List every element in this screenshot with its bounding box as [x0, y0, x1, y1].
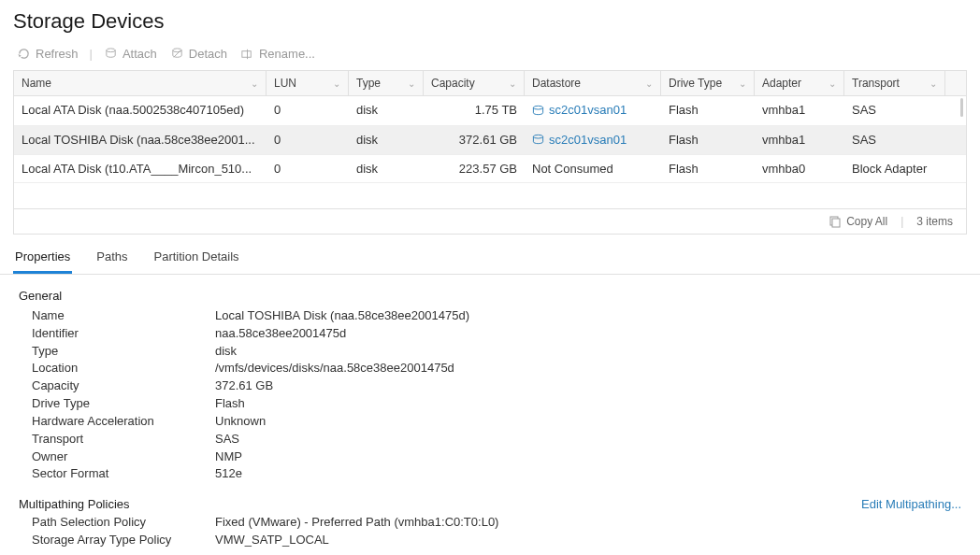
cell-type: disk: [349, 155, 424, 182]
rename-button[interactable]: Rename...: [237, 45, 319, 63]
chevron-down-icon: ⌄: [829, 78, 836, 89]
label-transport: Transport: [19, 431, 215, 448]
chevron-down-icon: ⌄: [509, 78, 516, 89]
table-header: Name⌄ LUN⌄ Type⌄ Capacity⌄ Datastore⌄ Dr…: [14, 71, 966, 96]
value-location: /vmfs/devices/disks/naa.58ce38ee2001475d: [215, 360, 454, 377]
separator: |: [90, 47, 93, 61]
detail-tabs: Properties Paths Partition Details: [0, 242, 980, 275]
chevron-down-icon: ⌄: [930, 78, 937, 89]
svg-point-6: [533, 135, 542, 138]
multipathing-section-title: Multipathing Policies: [19, 496, 130, 514]
scrollbar[interactable]: [960, 98, 963, 117]
chevron-down-icon: ⌄: [739, 78, 746, 89]
page-title: Storage Devices: [0, 0, 980, 41]
datastore-link[interactable]: sc2c01vsan01: [532, 133, 627, 147]
chevron-down-icon: ⌄: [645, 78, 653, 89]
svg-line-2: [174, 50, 181, 58]
value-capacity: 372.61 GB: [215, 377, 273, 395]
separator: |: [901, 215, 903, 228]
svg-point-0: [107, 49, 115, 52]
label-satp: Storage Array Type Policy: [19, 532, 215, 549]
label-identifier: Identifier: [19, 325, 215, 343]
svg-rect-3: [242, 51, 251, 58]
cell-transport: SAS: [844, 126, 945, 155]
detach-label: Detach: [189, 47, 227, 61]
rename-icon: [240, 47, 254, 61]
col-header-lun[interactable]: LUN⌄: [267, 71, 349, 95]
cell-lun: 0: [267, 96, 349, 125]
table-body: Local ATA Disk (naa.5002538c407105ed)0di…: [14, 96, 966, 208]
svg-rect-8: [832, 219, 840, 227]
label-type: Type: [19, 343, 215, 361]
attach-button[interactable]: Attach: [100, 45, 161, 63]
table-row[interactable]: Local TOSHIBA Disk (naa.58ce38ee2001...0…: [14, 126, 966, 156]
col-header-drive-type[interactable]: Drive Type⌄: [661, 71, 755, 95]
tab-paths[interactable]: Paths: [94, 242, 129, 274]
label-location: Location: [19, 360, 215, 377]
col-header-name[interactable]: Name⌄: [14, 71, 267, 95]
cell-spacer: [945, 155, 966, 182]
tab-partition-details[interactable]: Partition Details: [152, 242, 241, 274]
value-psp: Fixed (VMware) - Preferred Path (vmhba1:…: [215, 514, 498, 532]
col-header-capacity[interactable]: Capacity⌄: [424, 71, 525, 95]
datastore-icon: [532, 134, 544, 145]
col-header-spacer: [945, 71, 966, 95]
cell-transport: Block Adapter: [844, 155, 945, 182]
datastore-label: Not Consumed: [532, 162, 613, 176]
cell-drive-type: Flash: [661, 126, 755, 155]
chevron-down-icon: ⌄: [251, 78, 258, 89]
refresh-button[interactable]: Refresh: [13, 45, 82, 63]
table-row[interactable]: Local ATA Disk (naa.5002538c407105ed)0di…: [14, 96, 966, 126]
cell-lun: 0: [267, 155, 349, 182]
col-header-datastore[interactable]: Datastore⌄: [525, 71, 661, 95]
value-owner: NMP: [215, 448, 242, 466]
label-name: Name: [19, 307, 215, 325]
label-sector-format: Sector Format: [19, 465, 215, 483]
table-row[interactable]: Local ATA Disk (t10.ATA____Mircon_510...…: [14, 155, 966, 183]
cell-datastore: Not Consumed: [525, 155, 661, 182]
rename-label: Rename...: [259, 47, 315, 61]
cell-datastore: sc2c01vsan01: [525, 126, 661, 155]
value-name: Local TOSHIBA Disk (naa.58ce38ee2001475d…: [215, 307, 469, 325]
cell-adapter: vmhba1: [755, 96, 844, 125]
cell-name: Local ATA Disk (naa.5002538c407105ed): [14, 96, 267, 125]
refresh-icon: [17, 47, 31, 61]
cell-name: Local TOSHIBA Disk (naa.58ce38ee2001...: [14, 126, 267, 155]
cell-type: disk: [349, 96, 424, 125]
cell-transport: SAS: [844, 96, 945, 125]
copy-all-button[interactable]: Copy All: [829, 215, 887, 228]
cell-type: disk: [349, 126, 424, 155]
datastore-icon: [532, 105, 544, 116]
detach-icon: [170, 47, 184, 61]
attach-icon: [104, 47, 118, 61]
label-hw-accel: Hardware Acceleration: [19, 413, 215, 431]
copy-icon: [829, 215, 842, 228]
general-section-title: General: [19, 288, 961, 306]
cell-adapter: vmhba1: [755, 126, 844, 155]
datastore-label: sc2c01vsan01: [549, 133, 627, 147]
cell-capacity: 1.75 TB: [424, 96, 525, 125]
value-identifier: naa.58ce38ee2001475d: [215, 325, 346, 343]
cell-drive-type: Flash: [661, 155, 755, 182]
copy-all-label: Copy All: [846, 215, 887, 228]
tab-properties[interactable]: Properties: [13, 242, 72, 274]
toolbar: Refresh | Attach Detach Rename...: [0, 41, 980, 70]
item-count: 3 items: [916, 215, 953, 228]
detach-button[interactable]: Detach: [166, 45, 231, 63]
label-owner: Owner: [19, 448, 215, 466]
col-header-transport[interactable]: Transport⌄: [844, 71, 945, 95]
col-header-adapter[interactable]: Adapter⌄: [755, 71, 844, 95]
datastore-label: sc2c01vsan01: [549, 103, 627, 117]
col-header-type[interactable]: Type⌄: [349, 71, 424, 95]
cell-lun: 0: [267, 126, 349, 155]
edit-multipathing-link[interactable]: Edit Multipathing...: [861, 496, 961, 514]
value-sector-format: 512e: [215, 465, 242, 483]
value-hw-accel: Unknown: [215, 413, 266, 431]
value-type: disk: [215, 343, 237, 361]
value-drive-type: Flash: [215, 395, 245, 413]
cell-spacer: [945, 126, 966, 155]
datastore-link[interactable]: sc2c01vsan01: [532, 103, 627, 117]
label-psp: Path Selection Policy: [19, 514, 215, 532]
attach-label: Attach: [122, 47, 157, 61]
label-capacity: Capacity: [19, 377, 215, 395]
